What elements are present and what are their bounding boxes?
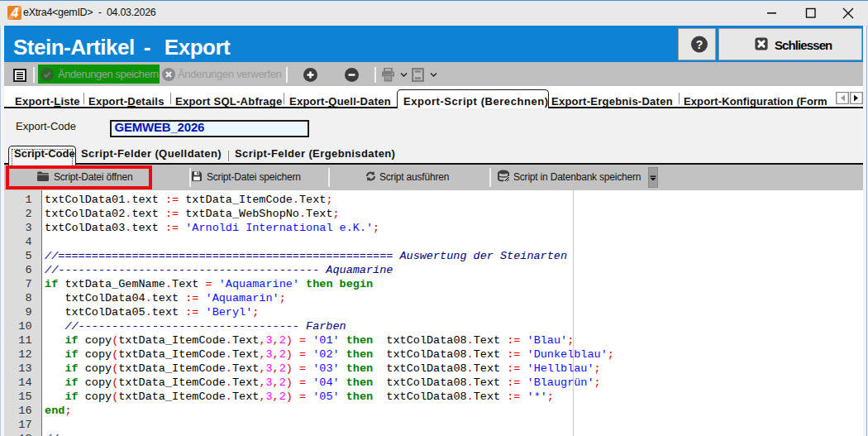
svg-text:?: ? [696, 38, 703, 51]
svg-text:4: 4 [11, 6, 19, 20]
